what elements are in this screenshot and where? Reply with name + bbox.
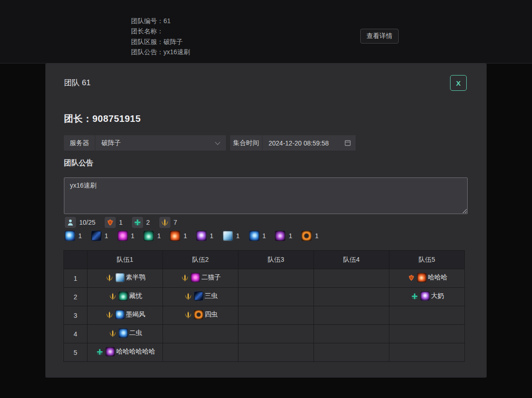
team-slot [314, 288, 389, 306]
dps-stat: 7 [159, 217, 177, 228]
healer-icon [132, 217, 143, 228]
dps-icon [183, 310, 193, 319]
screen: 团队编号：61 团长名称： 团队区服：破阵子 团队公告：yx16速刷 查看详情 … [0, 0, 532, 398]
class-icon-flame-beast [417, 273, 426, 282]
class-count: 1 [236, 232, 240, 240]
player-name: 二虫 [129, 329, 142, 337]
chevron-down-icon [215, 139, 220, 145]
player-name: 素半鹗 [126, 273, 145, 282]
class-icon-violet-figure [275, 231, 285, 241]
team-slot [389, 325, 465, 343]
team-slot [238, 269, 314, 288]
table-row: 2藏忧三虫大奶 [64, 288, 465, 306]
class-stat: 1 [91, 231, 108, 241]
team-no-value: 61 [163, 17, 171, 25]
team-slot [314, 325, 389, 343]
team-slot [389, 343, 465, 362]
column-header: 队伍3 [238, 251, 314, 269]
class-count: 1 [157, 232, 161, 240]
tank-icon [407, 273, 416, 282]
class-count: 1 [210, 232, 213, 240]
class-icon-azure-orb [119, 329, 128, 338]
close-button[interactable]: X [450, 75, 467, 91]
team-slot: 素半鹗 [88, 269, 163, 288]
server-field-label: 服务器 [64, 135, 95, 151]
time-picker[interactable]: 2024-12-20 08:59:58 [263, 135, 356, 151]
player-name: 四虫 [205, 310, 218, 319]
player-entry: 素半鹗 [105, 273, 145, 282]
row-index: 5 [64, 343, 88, 362]
dps-icon [105, 273, 114, 282]
player-entry: 哈哈哈 [407, 273, 447, 282]
class-icon-shadow-runner [194, 291, 203, 301]
page-header: 团队编号：61 团长名称： 团队区服：破阵子 团队公告：yx16速刷 查看详情 [0, 0, 532, 63]
class-icon-violet-crystal [420, 291, 430, 301]
class-icon-magenta-orb [191, 273, 200, 282]
player-entry: 三虫 [183, 291, 218, 301]
class-stats-row: 1111111111 [65, 231, 319, 241]
class-stat: 1 [249, 231, 266, 241]
server-value: 破阵子 [163, 38, 183, 45]
dps-icon [183, 291, 193, 301]
row-index: 3 [64, 306, 88, 325]
team-slot: 墨竭风 [88, 306, 163, 325]
server-select[interactable]: 破阵子 [95, 135, 226, 151]
class-icon-jade-spike [119, 291, 128, 301]
person-icon [65, 217, 76, 228]
controls-row: 服务器 破阵子 集合时间 2024-12-20 08:59:58 [64, 135, 356, 151]
team-slot [238, 325, 314, 343]
column-header [64, 251, 88, 269]
team-slot [389, 306, 465, 325]
column-header: 队伍2 [163, 251, 238, 269]
player-entry: 二猫子 [180, 273, 221, 282]
modal-title: 团队 61 [64, 77, 91, 88]
team-slot [163, 325, 238, 343]
class-stat: 1 [65, 231, 82, 241]
leader-name-label: 团长名称： [131, 27, 163, 35]
team-slot: 哈哈哈 [389, 269, 465, 288]
player-name: 哈哈哈哈哈哈 [116, 347, 155, 356]
player-entry: 大奶 [410, 291, 444, 301]
team-slot [314, 269, 389, 288]
notice-textarea[interactable]: yx16速刷 [64, 177, 468, 214]
team-no-label: 团队编号： [131, 17, 163, 25]
player-name: 二猫子 [201, 273, 221, 282]
class-icon-flame-beast [170, 231, 180, 241]
server-label: 团队区服： [131, 38, 163, 45]
player-entry: 二虫 [108, 329, 142, 338]
class-icon-azure-orb [249, 231, 259, 241]
class-icon-violet-figure [106, 347, 115, 356]
team-slot: 二猫子 [163, 269, 238, 288]
class-count: 1 [288, 232, 292, 240]
team-slot: 藏忧 [88, 288, 163, 306]
time-field-label: 集合时间 [230, 135, 262, 151]
class-count: 1 [105, 232, 108, 240]
class-stat: 1 [170, 231, 187, 241]
dps-icon [108, 291, 117, 301]
team-slot [238, 343, 314, 362]
team-no-line: 团队编号：61 [131, 16, 190, 26]
team-slot: 四虫 [163, 306, 238, 325]
table-header-row: 队伍1队伍2队伍3队伍4队伍5 [64, 251, 465, 269]
dps-count: 7 [174, 219, 177, 226]
leader-name-line: 团长名称： [131, 26, 190, 36]
class-stat: 1 [196, 231, 213, 241]
team-slot [314, 343, 389, 362]
view-detail-button[interactable]: 查看详情 [360, 29, 399, 44]
class-icon-jade-spike [144, 231, 154, 241]
player-name: 哈哈哈 [428, 273, 447, 282]
healer-icon [95, 347, 104, 356]
team-slot: 大奶 [389, 288, 465, 306]
class-count: 1 [78, 232, 82, 240]
team-slot [238, 306, 314, 325]
class-stat: 1 [275, 231, 292, 241]
class-stat: 1 [223, 231, 240, 241]
notice-label: 团队公告： [131, 48, 163, 56]
team-slot: 二虫 [88, 325, 163, 343]
dps-icon [105, 310, 114, 319]
row-index: 1 [64, 269, 88, 288]
class-count: 1 [315, 232, 319, 240]
table-row: 5哈哈哈哈哈哈 [64, 343, 465, 362]
class-count: 1 [263, 232, 266, 240]
player-name: 墨竭风 [126, 310, 145, 319]
